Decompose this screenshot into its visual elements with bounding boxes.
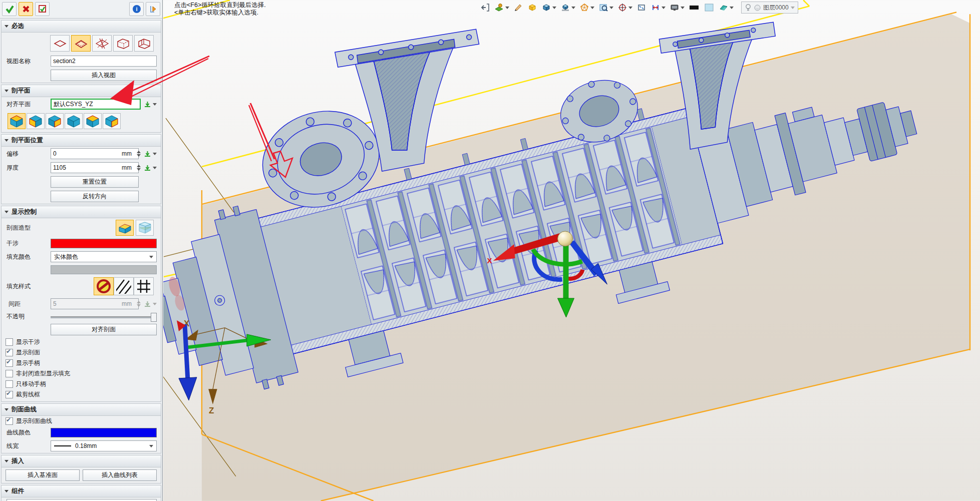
erase-highlight-button[interactable] [512, 1, 525, 14]
scene-canvas[interactable]: X Z X [163, 0, 980, 501]
reverse-direction-button[interactable]: 反转方向 [51, 191, 139, 202]
section-type-plane-button[interactable] [50, 35, 70, 52]
pick-from-list-icon[interactable] [144, 101, 151, 108]
section-type-box-button[interactable] [113, 35, 133, 52]
dialog-toolbar: i [0, 0, 162, 19]
show-handle-checkbox[interactable] [6, 359, 13, 367]
show-handle-row[interactable]: 显示手柄 [2, 358, 161, 368]
align-plane-input[interactable] [51, 99, 141, 110]
pick-options-caret[interactable] [153, 103, 157, 106]
skip-button[interactable] [146, 2, 160, 16]
section-type-multi-plane-button[interactable] [92, 35, 112, 52]
move-handle-only-row[interactable]: 只移动手柄 [2, 379, 161, 389]
orient-cube-4-button[interactable] [65, 113, 83, 129]
move-handle-only-checkbox[interactable] [6, 380, 13, 388]
align-section-button[interactable]: 对齐剖面 [51, 324, 157, 335]
fillstyle-diagonal-button[interactable] [114, 277, 134, 295]
csys-blue-arrow[interactable] [185, 324, 188, 380]
show-section-checkbox[interactable] [6, 349, 13, 356]
surface-shade-button[interactable] [717, 1, 735, 14]
measure-width-button[interactable] [649, 1, 667, 14]
thickness-pick-caret[interactable] [153, 167, 157, 169]
cad-application: i 必选 [0, 0, 980, 501]
offset-pick-icon[interactable] [144, 150, 151, 158]
reset-position-button[interactable]: 重置位置 [51, 176, 139, 188]
component-header[interactable]: 组件 [2, 485, 161, 497]
offset-pick-caret[interactable] [153, 153, 157, 155]
ok-button[interactable] [2, 2, 17, 16]
line-width-select[interactable]: 0.18mm [51, 440, 157, 451]
insert-title: 插入 [12, 457, 24, 465]
offset-spinner[interactable] [137, 151, 141, 157]
orient-cube-5-button[interactable] [84, 113, 102, 129]
layer-combo[interactable]: 图层0000 [741, 2, 798, 14]
curve-color-swatch[interactable] [51, 428, 157, 437]
pick-filter-button[interactable] [493, 1, 511, 14]
section-type-offset-plane-button[interactable] [71, 35, 91, 52]
shape-transparent-button[interactable] [136, 220, 154, 236]
component-title: 组件 [12, 487, 24, 495]
bounding-box-button[interactable] [526, 1, 539, 14]
shape-solid-button[interactable] [116, 220, 134, 236]
insert-curvelist-button[interactable]: 插入曲线列表 [83, 469, 157, 481]
orient-cube-1-button[interactable] [8, 113, 26, 129]
fill-color-caret [149, 256, 153, 258]
clip-wireframe-checkbox[interactable] [6, 391, 13, 398]
apply-button[interactable] [35, 2, 50, 16]
exit-input-button[interactable] [479, 1, 492, 14]
fillstyle-grid-button[interactable] [134, 277, 154, 295]
manipulator-x-label: X [487, 256, 492, 265]
line-color-swatch[interactable] [687, 1, 701, 14]
fill-style-label: 填充样式 [7, 282, 51, 291]
clip-wireframe-row[interactable]: 裁剪线框 [2, 389, 161, 401]
insert-datum-button[interactable]: 插入基准面 [6, 469, 80, 481]
section-curve-header[interactable]: 剖面曲线 [2, 404, 161, 416]
display-control-header[interactable]: 显示控制 [2, 206, 161, 218]
manipulator-z-axis[interactable] [563, 244, 569, 300]
exclude-select[interactable]: 排除 [7, 499, 157, 501]
display-mode-button[interactable] [559, 1, 577, 14]
orient-cube-2-button[interactable] [27, 113, 45, 129]
interference-color-swatch[interactable] [51, 239, 157, 248]
fillstyle-none-button[interactable] [94, 277, 114, 295]
orient-cube-6-button[interactable] [103, 113, 121, 129]
thickness-spinner[interactable] [137, 165, 141, 171]
appearance-button[interactable] [668, 1, 686, 14]
interference-label: 干涉 [7, 239, 51, 248]
plane-position-title: 剖平面位置 [12, 136, 43, 145]
viewport-toolbar: 图层0000 [479, 1, 798, 14]
open-shape-fill-checkbox[interactable] [6, 370, 13, 377]
target-point-button[interactable] [616, 1, 634, 14]
required-header[interactable]: 必选 [2, 21, 161, 33]
component-group: 组件 排除 组件 [1, 485, 161, 501]
thickness-pick-icon[interactable] [144, 164, 151, 172]
layer-name: 图层0000 [763, 4, 789, 12]
info-button[interactable]: i [129, 2, 144, 16]
opacity-slider-handle[interactable] [151, 313, 157, 322]
view-name-input[interactable] [51, 56, 157, 67]
opacity-slider[interactable] [51, 313, 157, 321]
face-color-swatch[interactable] [702, 1, 716, 14]
show-section-curve-checkbox[interactable] [6, 417, 13, 425]
show-section-row[interactable]: 显示剖面 [2, 347, 161, 358]
show-interference-row[interactable]: 显示干涉 [2, 337, 161, 347]
open-shape-fill-row[interactable]: 非封闭造型显示填充 [2, 368, 161, 379]
show-interference-checkbox[interactable] [6, 338, 13, 346]
orient-cube-3-button[interactable] [46, 113, 64, 129]
fit-view-button[interactable] [635, 1, 648, 14]
plane-position-header[interactable]: 剖平面位置 [2, 135, 161, 147]
fill-color-select[interactable]: 实体颜色 [51, 251, 157, 262]
shaded-display-button[interactable] [540, 1, 558, 14]
manipulator-origin-ball[interactable] [558, 231, 573, 246]
insert-view-button[interactable]: 插入视图 [51, 70, 157, 81]
show-section-curve-row[interactable]: 显示剖面曲线 [2, 416, 161, 426]
cancel-button[interactable] [19, 2, 33, 16]
insert-header[interactable]: 插入 [2, 455, 161, 467]
zoom-window-button[interactable] [597, 1, 615, 14]
graphics-viewport[interactable]: X Z X [163, 0, 980, 501]
wireframe-button[interactable] [578, 1, 596, 14]
section-plane-header[interactable]: 剖平面 [2, 85, 161, 97]
spacing-spinner [137, 301, 141, 307]
section-type-corner-button[interactable] [134, 35, 154, 52]
section-curve-title: 剖面曲线 [12, 405, 37, 414]
